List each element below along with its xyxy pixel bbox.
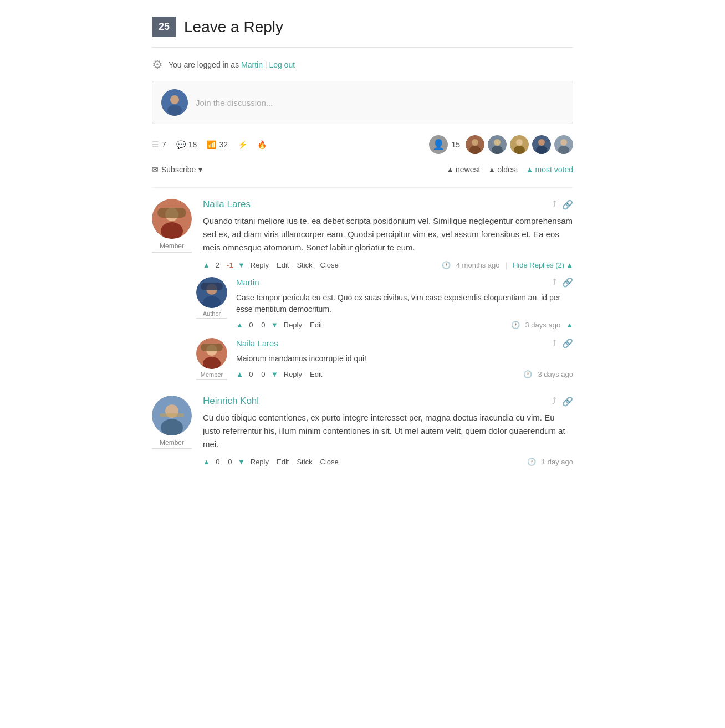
- naila-close-button[interactable]: Close: [318, 261, 341, 269]
- naila-separator: |: [506, 261, 507, 269]
- naila-avatar: [152, 199, 192, 239]
- martin-vote-down-button[interactable]: ▼: [271, 321, 278, 329]
- heinrich-vote-up-button[interactable]: ▲: [203, 458, 210, 466]
- sort-oldest-label: oldest: [497, 165, 518, 174]
- heinrich-vote-down-count: 0: [226, 458, 234, 466]
- sort-options: ▲ newest ▲ oldest ▲ most voted: [446, 165, 573, 174]
- naila-comment-footer: ▲ 2 -1 ▼ Reply Edit Stick Close 🕐 4 mont…: [203, 261, 573, 269]
- svg-point-2: [167, 105, 182, 116]
- naila-comment-text: Quando tritani meliore ius te, ea debet …: [203, 214, 573, 254]
- member-count: 15: [451, 140, 460, 149]
- naila-role: Member: [152, 242, 192, 253]
- login-text: You are logged in as Martin | Log out: [169, 60, 295, 69]
- comments-section: Member Naila Lares ⤴ 🔗 Quando tritani me…: [152, 187, 573, 466]
- page-header: 25 Leave a Reply: [152, 17, 573, 37]
- heinrich-vote-down-button[interactable]: ▼: [238, 458, 245, 466]
- naila-nested-vote-up-count: 0: [247, 370, 256, 378]
- naila-header-actions: ⤴ 🔗: [552, 199, 573, 210]
- current-user-avatar: [161, 89, 188, 116]
- naila-vote-actions: ▲ 2 -1 ▼ Reply Edit Stick Close: [203, 261, 341, 269]
- naila-nested-link-button[interactable]: 🔗: [562, 338, 573, 348]
- comment-count-badge: 25: [152, 17, 176, 37]
- naila-nested-reply-meta: 🕐 3 days ago: [523, 370, 573, 378]
- martin-reply-button[interactable]: Reply: [282, 321, 304, 329]
- heinrich-comment-header: Heinrich Kohl ⤴ 🔗: [203, 396, 573, 407]
- envelope-icon: ✉: [152, 165, 159, 174]
- naila-stick-button[interactable]: Stick: [294, 261, 314, 269]
- threads-icon: ☰: [152, 140, 159, 149]
- comments-count: 18: [188, 140, 197, 149]
- naila-nested-vote-actions: ▲ 0 0 ▼ Reply Edit: [236, 370, 324, 378]
- anonymous-avatar: 👤: [429, 135, 448, 154]
- naila-nested-reply-button[interactable]: Reply: [282, 370, 304, 378]
- bolt-icon: ⚡: [238, 140, 247, 149]
- naila-nested-reply-header: Naila Lares ⤴ 🔗: [236, 338, 573, 348]
- sort-oldest-arrow: ▲: [488, 165, 496, 174]
- comment-input-area[interactable]: Join the discussion...: [152, 81, 573, 124]
- heinrich-link-button[interactable]: 🔗: [562, 396, 573, 407]
- comment-input-placeholder[interactable]: Join the discussion...: [196, 98, 564, 107]
- heinrich-author-name[interactable]: Heinrich Kohl: [203, 396, 259, 407]
- naila-reply-button[interactable]: Reply: [248, 261, 271, 269]
- member-avatar-3: [510, 135, 529, 154]
- naila-nested-author-name[interactable]: Naila Lares: [236, 339, 278, 348]
- heinrich-share-button[interactable]: ⤴: [552, 396, 556, 406]
- martin-collapse-button[interactable]: ▲: [566, 321, 573, 329]
- heinrich-stick-button[interactable]: Stick: [294, 458, 314, 466]
- heinrich-comment-meta: 🕐 1 day ago: [527, 458, 573, 466]
- martin-avatar: [196, 277, 227, 308]
- svg-point-10: [516, 139, 523, 146]
- sort-oldest[interactable]: ▲ oldest: [488, 165, 518, 174]
- martin-role: Author: [196, 310, 227, 319]
- comment-main-heinrich: Member Heinrich Kohl ⤴ 🔗 Cu duo tibique …: [152, 396, 573, 466]
- comment-main-naila: Member Naila Lares ⤴ 🔗 Quando tritani me…: [152, 199, 573, 269]
- heinrich-comment-footer: ▲ 0 0 ▼ Reply Edit Stick Close 🕐 1 day a…: [203, 458, 573, 466]
- logout-link[interactable]: Log out: [269, 60, 295, 69]
- fire-stat: 🔥: [257, 140, 267, 149]
- naila-link-button[interactable]: 🔗: [562, 199, 573, 210]
- section-divider: [152, 47, 573, 48]
- naila-share-button[interactable]: ⤴: [552, 199, 556, 209]
- naila-nested-vote-down-button[interactable]: ▼: [271, 370, 278, 378]
- sort-newest[interactable]: ▲ newest: [446, 165, 480, 174]
- martin-author-name[interactable]: Martin: [236, 278, 259, 287]
- heinrich-edit-button[interactable]: Edit: [274, 458, 291, 466]
- heinrich-vote-up-count: 0: [213, 458, 222, 466]
- stats-bar: ☰ 7 💬 18 📶 32 ⚡ 🔥 👤 15: [152, 135, 573, 154]
- naila-edit-button[interactable]: Edit: [274, 261, 291, 269]
- svg-point-7: [494, 139, 501, 146]
- naila-nested-header-actions: ⤴ 🔗: [552, 338, 573, 348]
- heinrich-reply-button[interactable]: Reply: [248, 458, 271, 466]
- rss-count: 32: [219, 140, 228, 149]
- naila-comment-body: Naila Lares ⤴ 🔗 Quando tritani meliore i…: [203, 199, 573, 269]
- naila-hide-replies-button[interactable]: Hide Replies (2) ▲: [513, 261, 573, 269]
- sort-most-voted[interactable]: ▲ most voted: [526, 165, 573, 174]
- heinrich-time-ago: 1 day ago: [542, 458, 573, 466]
- naila-nested-vote-up-button[interactable]: ▲: [236, 370, 243, 378]
- naila-nested-share-button[interactable]: ⤴: [552, 339, 556, 348]
- martin-vote-up-button[interactable]: ▲: [236, 321, 243, 329]
- heinrich-header-actions: ⤴ 🔗: [552, 396, 573, 407]
- heinrich-avatar-wrap: Member: [152, 396, 192, 449]
- stats-left: ☰ 7 💬 18 📶 32 ⚡ 🔥: [152, 140, 267, 149]
- martin-header-actions: ⤴ 🔗: [552, 277, 573, 288]
- naila-vote-up-button[interactable]: ▲: [203, 261, 210, 269]
- svg-point-4: [472, 139, 478, 146]
- martin-link-button[interactable]: 🔗: [562, 277, 573, 288]
- martin-time-ago: 3 days ago: [525, 321, 561, 329]
- martin-reply-header: Martin ⤴ 🔗: [236, 277, 573, 288]
- heinrich-close-button[interactable]: Close: [318, 458, 341, 466]
- username-link[interactable]: Martin: [241, 60, 263, 69]
- naila-nested-reply-text: Maiorum mandamus incorrupte id qui!: [236, 353, 573, 365]
- naila-author-name[interactable]: Naila Lares: [203, 199, 251, 210]
- svg-point-13: [538, 139, 545, 146]
- fire-icon: 🔥: [257, 140, 267, 149]
- reply-naila-nested: Member Naila Lares ⤴ 🔗 Maiorum mandamus …: [196, 338, 573, 380]
- martin-share-button[interactable]: ⤴: [552, 278, 556, 288]
- naila-nested-edit-button[interactable]: Edit: [308, 370, 324, 378]
- martin-edit-button[interactable]: Edit: [308, 321, 324, 329]
- naila-vote-down-button[interactable]: ▼: [238, 261, 245, 269]
- svg-rect-33: [160, 413, 184, 417]
- naila-hide-replies-label: Hide Replies (2): [513, 261, 564, 269]
- subscribe-button[interactable]: ✉ Subscribe ▾: [152, 165, 202, 174]
